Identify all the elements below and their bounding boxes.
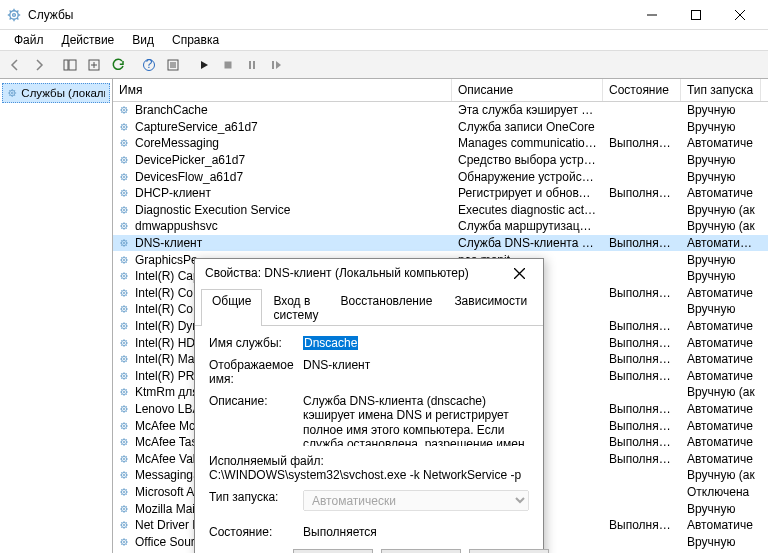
gear-icon (113, 153, 129, 167)
tree-root-label: Службы (локальные) (21, 87, 105, 99)
cell-desc: Manages communication bet… (452, 136, 603, 150)
export-button[interactable] (83, 54, 105, 76)
minimize-button[interactable] (630, 1, 674, 29)
gear-icon (113, 485, 129, 499)
service-row[interactable]: DevicePicker_a61d7Средство выбора устрой… (113, 152, 768, 169)
gear-icon (113, 336, 129, 350)
col-state[interactable]: Состояние (603, 79, 681, 101)
col-name[interactable]: Имя (113, 79, 452, 101)
cell-state: Выполняется (603, 186, 681, 200)
tab-logon[interactable]: Вход в систему (262, 289, 329, 326)
cell-start: Вручную (681, 120, 761, 134)
close-button[interactable] (718, 1, 762, 29)
properties-dialog: Свойства: DNS-клиент (Локальный компьюте… (194, 258, 544, 553)
start-button[interactable]: Запустить (293, 549, 373, 553)
maximize-button[interactable] (674, 1, 718, 29)
cell-name: dmwappushsvc (129, 219, 452, 233)
show-hide-tree-button[interactable] (59, 54, 81, 76)
cell-state: Выполняется (603, 319, 681, 333)
cell-state: Выполняется (603, 518, 681, 532)
cell-desc: Средство выбора устройства (452, 153, 603, 167)
gear-icon (113, 219, 129, 233)
service-row[interactable]: CaptureService_a61d7Служба записи OneCor… (113, 119, 768, 136)
service-row[interactable]: DNS-клиентСлужба DNS-клиента (dnsca…Выпо… (113, 235, 768, 252)
cell-start: Вручную (681, 302, 761, 316)
cell-start: Автоматиче (681, 419, 761, 433)
menu-action[interactable]: Действие (54, 31, 123, 49)
value-display-name: DNS-клиент (303, 358, 529, 372)
tab-recovery[interactable]: Восстановление (330, 289, 444, 326)
startup-type-select[interactable]: Автоматически (303, 490, 529, 511)
restart-service-button[interactable] (265, 54, 287, 76)
tree-pane: Службы (локальные) (0, 79, 113, 553)
cell-start: Автоматиче (681, 452, 761, 466)
back-button[interactable] (4, 54, 26, 76)
gear-icon (113, 502, 129, 516)
dialog-close-button[interactable] (505, 259, 533, 287)
service-row[interactable]: dmwappushsvcСлужба маршрутизации pu…Вруч… (113, 218, 768, 235)
cell-start: Автоматиче (681, 319, 761, 333)
cell-desc: Служба маршрутизации pu… (452, 219, 603, 233)
svg-rect-12 (272, 61, 274, 69)
help-button[interactable]: ? (138, 54, 160, 76)
service-row[interactable]: DHCP-клиентРегистрирует и обновляет I…Вы… (113, 185, 768, 202)
cell-start: Вручную (681, 170, 761, 184)
cell-start: Автоматиче (681, 369, 761, 383)
cell-start: Автоматиче… (681, 236, 761, 250)
service-row[interactable]: DevicesFlow_a61d7Обнаружение устройств и… (113, 168, 768, 185)
gear-icon (113, 468, 129, 482)
gear-icon (113, 435, 129, 449)
pause-button[interactable]: Приостановить (469, 549, 549, 553)
titlebar: Службы (0, 0, 768, 30)
svg-rect-3 (64, 60, 68, 70)
gear-icon (113, 170, 129, 184)
menu-help[interactable]: Справка (164, 31, 227, 49)
stop-service-button[interactable] (217, 54, 239, 76)
stop-button[interactable]: Остановить (381, 549, 461, 553)
value-description[interactable]: Служба DNS-клиента (dnscache) кэширует и… (303, 394, 529, 446)
label-service-name: Имя службы: (209, 336, 293, 350)
col-start[interactable]: Тип запуска (681, 79, 761, 101)
label-display-name: Отображаемое имя: (209, 358, 293, 386)
menu-file[interactable]: Файл (6, 31, 52, 49)
service-row[interactable]: Diagnostic Execution ServiceExecutes dia… (113, 202, 768, 219)
cell-state: Выполняется (603, 286, 681, 300)
value-state: Выполняется (303, 525, 529, 539)
gear-icon (113, 419, 129, 433)
cell-start: Автоматиче (681, 186, 761, 200)
pause-service-button[interactable] (241, 54, 263, 76)
cell-desc: Обнаружение устройств и п… (452, 170, 603, 184)
svg-rect-2 (692, 10, 701, 19)
cell-start: Вручную (ак (681, 468, 761, 482)
gear-icon (7, 86, 17, 100)
properties-button[interactable] (162, 54, 184, 76)
cell-name: DevicesFlow_a61d7 (129, 170, 452, 184)
cell-state: Выполняется (603, 452, 681, 466)
gear-icon (113, 203, 129, 217)
cell-name: CoreMessaging (129, 136, 452, 150)
svg-rect-10 (249, 61, 251, 69)
service-row[interactable]: CoreMessagingManages communication bet…В… (113, 135, 768, 152)
tree-root-services[interactable]: Службы (локальные) (2, 83, 110, 103)
app-icon (6, 7, 22, 23)
cell-name: DNS-клиент (129, 236, 452, 250)
gear-icon (113, 103, 129, 117)
cell-start: Вручную (681, 535, 761, 549)
cell-state: Выполняется (603, 352, 681, 366)
tab-dependencies[interactable]: Зависимости (443, 289, 538, 326)
service-row[interactable]: BranchCacheЭта служба кэширует сетев…Вру… (113, 102, 768, 119)
forward-button[interactable] (28, 54, 50, 76)
menu-view[interactable]: Вид (124, 31, 162, 49)
refresh-button[interactable] (107, 54, 129, 76)
cell-start: Автоматиче (681, 352, 761, 366)
cell-name: BranchCache (129, 103, 452, 117)
svg-text:?: ? (146, 58, 153, 71)
cell-desc: Служба DNS-клиента (dnsca… (452, 236, 603, 250)
cell-state: Выполняется (603, 435, 681, 449)
cell-start: Вручную (ак (681, 385, 761, 399)
start-service-button[interactable] (193, 54, 215, 76)
col-desc[interactable]: Описание (452, 79, 603, 101)
cell-start: Вручную (681, 502, 761, 516)
cell-state: Выполняется (603, 419, 681, 433)
tab-general[interactable]: Общие (201, 289, 262, 326)
